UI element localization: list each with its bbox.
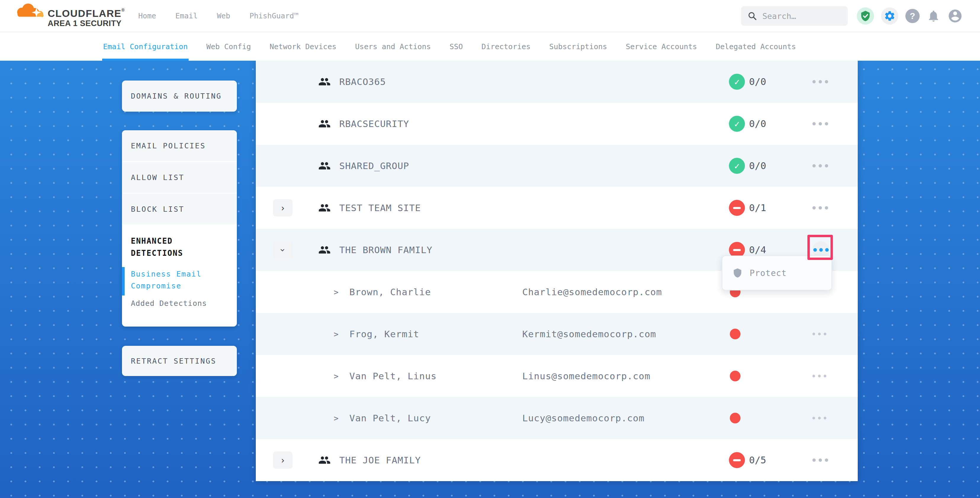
expand-row-button[interactable] <box>273 452 293 469</box>
area1-security-app: CLOUDFLARE® AREA 1 SECURITY Home Email W… <box>0 0 980 498</box>
expand-row-button[interactable] <box>273 199 293 216</box>
chevron-right-icon <box>280 203 285 213</box>
active-item-indicator <box>122 267 125 296</box>
trademark: ® <box>121 8 125 13</box>
row-actions-menu[interactable] <box>813 80 828 83</box>
block-list-label: BLOCK LIST <box>131 205 185 213</box>
member-email: Kermit@somedemocorp.com <box>522 329 656 339</box>
tab-users-and-actions[interactable]: Users and Actions <box>355 32 431 61</box>
group-icon <box>318 75 331 88</box>
status-protected-icon <box>729 116 745 132</box>
status-count: 0/0 <box>749 118 766 129</box>
retract-settings-label: RETRACT SETTINGS <box>131 357 216 365</box>
sidebar-item-added-detections[interactable]: Added Detections <box>131 299 237 308</box>
config-tab-bar: Email Configuration Web Config Network D… <box>0 32 980 61</box>
settings-gear-icon[interactable] <box>881 7 898 25</box>
header-nav: Home Email Web PhishGuard™ <box>138 0 298 32</box>
group-name: THE BROWN FAMILY <box>339 245 433 255</box>
nav-home[interactable]: Home <box>138 11 156 20</box>
search-box[interactable] <box>741 6 848 26</box>
row-actions-menu[interactable] <box>813 164 828 167</box>
sidebar-item-block-list[interactable]: BLOCK LIST <box>122 194 237 225</box>
sidebar-item-retract-settings[interactable]: RETRACT SETTINGS <box>122 346 237 376</box>
member-chevron-icon[interactable] <box>334 288 339 297</box>
nav-web[interactable]: Web <box>217 11 230 20</box>
notifications-bell-icon[interactable] <box>927 9 940 23</box>
group-name: RBACSECURITY <box>339 118 409 129</box>
status-count: 0/5 <box>749 455 766 466</box>
shield-icon <box>732 267 743 279</box>
tab-sso[interactable]: SSO <box>449 32 463 61</box>
member-name: Van Pelt, Linus <box>349 371 437 381</box>
sidebar-item-business-email-compromise[interactable]: Business Email Compromise <box>131 268 220 292</box>
groups-table: RBACO365 0/0 RBACSECURITY 0/0 SHARED_GRO… <box>256 61 858 481</box>
member-name: Brown, Charlie <box>349 286 431 297</box>
sidebar-item-allow-list[interactable]: ALLOW LIST <box>122 162 237 194</box>
row-actions-menu[interactable] <box>813 458 828 462</box>
row-actions-menu[interactable] <box>813 417 826 420</box>
chevron-down-icon <box>278 247 288 253</box>
nav-email[interactable]: Email <box>175 11 197 20</box>
status-count: 0/0 <box>749 76 766 88</box>
row-actions-menu[interactable] <box>813 206 828 210</box>
status-protected-icon <box>729 74 745 90</box>
status-count: 0/1 <box>749 202 766 213</box>
status-unprotected-icon <box>729 452 745 468</box>
group-icon <box>318 159 331 172</box>
group-icon <box>318 202 331 214</box>
group-icon <box>318 118 331 130</box>
enhanced-detections-label: ENHANCED DETECTIONS <box>131 235 217 259</box>
allow-list-label: ALLOW LIST <box>131 173 185 182</box>
collapse-row-button[interactable] <box>273 241 293 258</box>
member-chevron-icon[interactable] <box>334 372 339 381</box>
protect-menu-item-label: Protect <box>750 268 787 278</box>
group-name: RBACO365 <box>339 76 386 87</box>
tab-subscriptions[interactable]: Subscriptions <box>549 32 607 61</box>
sidebar-item-email-policies[interactable]: EMAIL POLICIES <box>122 130 237 162</box>
context-menu-protect[interactable]: Protect <box>722 256 832 290</box>
table-row-member-van-pelt-linus: Van Pelt, Linus Linus@somedemocorp.com <box>256 355 858 397</box>
domains-routing-label: DOMAINS & ROUTING <box>131 92 222 100</box>
member-email: Charlie@somedemocorp.com <box>522 286 662 297</box>
table-row-test-team-site: TEST TEAM SITE 0/1 <box>256 187 858 229</box>
group-name: SHARED_GROUP <box>339 161 409 171</box>
email-policies-label: EMAIL POLICIES <box>131 142 206 150</box>
sidebar-item-domains-routing[interactable]: DOMAINS & ROUTING <box>122 81 237 111</box>
tab-network-devices[interactable]: Network Devices <box>270 32 337 61</box>
status-unprotected-dot <box>730 371 740 381</box>
status-protected-icon <box>729 158 745 174</box>
member-name: Frog, Kermit <box>349 329 419 339</box>
status-unprotected-icon <box>729 200 745 216</box>
tab-email-configuration[interactable]: Email Configuration <box>103 32 188 61</box>
tab-delegated-accounts[interactable]: Delegated Accounts <box>716 32 796 61</box>
shield-check-icon[interactable] <box>857 7 874 25</box>
chevron-right-icon <box>280 455 285 465</box>
table-row-rbaco365: RBACO365 0/0 <box>256 61 858 103</box>
row-actions-menu[interactable] <box>813 333 826 336</box>
group-name: THE JOE FAMILY <box>339 455 421 465</box>
row-actions-menu[interactable] <box>813 375 826 377</box>
member-chevron-icon[interactable] <box>334 329 339 339</box>
group-name: TEST TEAM SITE <box>339 202 421 213</box>
nav-phishguard[interactable]: PhishGuard™ <box>250 11 299 20</box>
status-unprotected-dot <box>730 329 740 339</box>
help-icon[interactable] <box>905 9 920 23</box>
member-email: Lucy@somedemocorp.com <box>522 413 644 423</box>
row-actions-menu[interactable] <box>813 122 828 126</box>
group-icon <box>318 243 331 256</box>
tab-web-config[interactable]: Web Config <box>206 32 251 61</box>
top-header: CLOUDFLARE® AREA 1 SECURITY Home Email W… <box>0 0 980 32</box>
member-chevron-icon[interactable] <box>334 414 339 423</box>
status-count: 0/4 <box>749 244 766 256</box>
search-input[interactable] <box>762 11 837 21</box>
status-count: 0/0 <box>749 160 766 172</box>
member-email: Linus@somedemocorp.com <box>522 371 651 381</box>
table-row-member-van-pelt-lucy: Van Pelt, Lucy Lucy@somedemocorp.com <box>256 397 858 439</box>
header-icon-cluster <box>857 0 963 32</box>
account-icon[interactable] <box>947 8 963 24</box>
brand-subtitle: AREA 1 SECURITY <box>48 19 122 28</box>
table-row-rbacsecurity: RBACSECURITY 0/0 <box>256 103 858 145</box>
tab-directories[interactable]: Directories <box>481 32 531 61</box>
tab-service-accounts[interactable]: Service Accounts <box>626 32 697 61</box>
sidebar-card-policies: EMAIL POLICIES ALLOW LIST BLOCK LIST ENH… <box>122 130 237 326</box>
